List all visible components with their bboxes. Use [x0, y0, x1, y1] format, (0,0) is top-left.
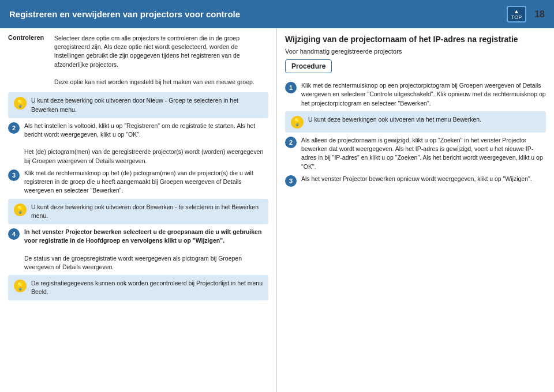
right-step-text-3: Als het venster Projector bewerken opnie…	[301, 175, 532, 183]
step-text-2: Als het instellen is voltooid, klikt u o…	[24, 122, 268, 165]
right-step-num-2: 2	[285, 137, 297, 148]
tip-box-3: 💡 De registratiegegevens kunnen ook word…	[8, 275, 268, 300]
page-header: Registreren en verwijderen van projector…	[0, 0, 554, 28]
right-step-num-3: 3	[285, 175, 297, 187]
step-text-4: In het venster Projector bewerken select…	[24, 228, 268, 272]
right-step-text-2: Als alleen de projectornaam is gewijzigd…	[301, 136, 546, 171]
step-num-4: 4	[8, 228, 20, 240]
header-right: ▲ TOP 18	[507, 6, 545, 22]
right-step-text-1: Klik met de rechtermuisknop op een proje…	[301, 81, 546, 108]
tip-icon-2: 💡	[14, 203, 27, 216]
page-title: Registreren en verwijderen van projector…	[9, 9, 240, 19]
control-para-1: Selecteer deze optie om alle projectors …	[54, 34, 268, 69]
step-3: 3 Klik met de rechtermuisknop op het (de…	[8, 169, 268, 195]
right-subheading: Voor handmatig geregistreerde projectors	[285, 48, 546, 55]
arrow-up-icon: ▲	[514, 8, 519, 14]
right-step-num-1: 1	[285, 82, 297, 93]
top-badge: ▲ TOP	[507, 6, 526, 22]
tip-text-3: De registratiegegevens kunnen ook worden…	[31, 279, 263, 296]
tip-icon-3: 💡	[14, 280, 27, 292]
procedure-box: Procedure	[285, 59, 332, 73]
step-2: 2 Als het instellen is voltooid, klikt u…	[8, 122, 268, 165]
step-num-2: 2	[8, 122, 20, 134]
tip-box-2: 💡 U kunt deze bewerking ook uitvoeren do…	[8, 199, 268, 224]
control-para-2: Deze optie kan niet worden ingesteld bij…	[54, 78, 268, 86]
right-column: Wijziging van de projectornaam of het IP…	[277, 28, 554, 392]
right-step-2: 2 Als alleen de projectornaam is gewijzi…	[285, 136, 546, 171]
right-step-3: 3 Als het venster Projector bewerken opn…	[285, 175, 546, 187]
right-heading: Wijziging van de projectornaam of het IP…	[285, 34, 546, 44]
step-num-3: 3	[8, 169, 20, 181]
page-number: 18	[534, 9, 545, 20]
tip-icon-1: 💡	[14, 97, 27, 110]
left-column: Controleren Selecteer deze optie om alle…	[0, 28, 277, 392]
control-label: Controleren	[8, 34, 48, 86]
right-step-1: 1 Klik met de rechtermuisknop op een pro…	[285, 81, 546, 108]
main-content: Controleren Selecteer deze optie om alle…	[0, 28, 554, 392]
tip-text-2: U kunt deze bewerking ook uitvoeren door…	[31, 203, 263, 220]
control-section: Controleren Selecteer deze optie om alle…	[8, 34, 268, 86]
top-label: TOP	[511, 14, 522, 20]
tip-text-1: U kunt deze bewerking ook uitvoeren door…	[31, 96, 263, 114]
tip-box-1: 💡 U kunt deze bewerking ook uitvoeren do…	[8, 92, 268, 118]
control-text: Selecteer deze optie om alle projectors …	[54, 34, 268, 86]
step-4: 4 In het venster Projector bewerken sele…	[8, 228, 268, 272]
step-text-3: Klik met de rechtermuisknop op het (de) …	[24, 169, 268, 195]
note-text: U kunt deze bewerkingen ook uitvoeren vi…	[308, 115, 481, 124]
note-box: 💡 U kunt deze bewerkingen ook uitvoeren …	[285, 111, 546, 133]
note-icon: 💡	[291, 116, 304, 129]
